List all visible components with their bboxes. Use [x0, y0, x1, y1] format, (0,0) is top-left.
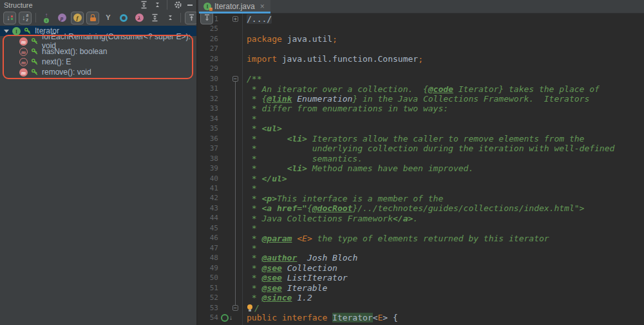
code-text: /.../: [247, 14, 272, 24]
key-icon: [31, 37, 39, 45]
code-line[interactable]: 52 * @since 1.2: [198, 293, 644, 302]
code-token: } in the Java Collections Framework. Ite…: [352, 94, 589, 104]
code-line[interactable]: 25: [198, 24, 644, 33]
line-number: 37: [198, 144, 218, 153]
expand-all-button[interactable]: [148, 12, 161, 24]
code-token: /**: [247, 74, 261, 84]
code-line[interactable]: 43 * <a href="{@docRoot}/../technotes/gu…: [198, 203, 644, 213]
show-inherited-button[interactable]: ↑i: [40, 12, 53, 24]
code-line[interactable]: 33 * differ from enumerations in two way…: [198, 104, 644, 113]
toolbar-separator: [167, 0, 167, 10]
code-line[interactable]: 45 *: [198, 223, 644, 233]
code-line[interactable]: 38 * semantics.: [198, 154, 644, 163]
code-line[interactable]: 27: [198, 44, 644, 53]
code-token: * {: [247, 94, 267, 104]
expand-all-icon[interactable]: [140, 0, 148, 10]
code-line[interactable]: 32 * {@link Enumeration} in the Java Col…: [198, 94, 644, 104]
collapse-all-icon[interactable]: [153, 0, 162, 10]
collapse-all-button[interactable]: [164, 12, 176, 24]
code-line[interactable]: 26package java.util;: [198, 34, 644, 44]
code-line[interactable]: 37 * underlying collection during the it…: [198, 144, 644, 153]
code-text: /**: [247, 74, 261, 84]
structure-panel: Structure ↓↓az↑ipfYλ IIteratormforEachRe…: [0, 0, 196, 325]
sort-alphabetically-button[interactable]: ↓az: [19, 12, 32, 24]
line-number: 52: [198, 293, 218, 302]
show-lambdas-button[interactable]: λ: [133, 12, 146, 24]
code-line[interactable]: 42 * <p>This interface is a member of th…: [198, 193, 644, 203]
sort-by-visibility-button[interactable]: ↓: [3, 12, 16, 24]
show-properties-button[interactable]: p: [55, 12, 68, 24]
show-fields-button[interactable]: f: [71, 12, 84, 24]
code-line[interactable]: 31 * An iterator over a collection. {@co…: [198, 84, 644, 93]
code-line[interactable]: 30−/**: [198, 74, 644, 84]
tree-row-method[interactable]: mnext(): E: [0, 57, 196, 67]
show-anonymous-classes-button[interactable]: Y: [102, 12, 115, 24]
code-token: @since: [261, 293, 292, 302]
method-abstract-icon: m: [19, 57, 28, 67]
code-token: @see: [261, 283, 281, 293]
editor-tab-bar: I Iterator.java ×: [198, 0, 644, 14]
code-line[interactable]: 50 * @see ListIterator: [198, 273, 644, 283]
code-line[interactable]: 44 * Java Collections Framework</a>.: [198, 213, 644, 223]
code-text: *: [247, 114, 257, 124]
code-text: * Java Collections Framework</a>.: [247, 213, 418, 223]
line-number: 33: [198, 104, 218, 113]
code-area[interactable]: 1+/.../2526package java.util;2728import …: [198, 14, 644, 325]
autoscroll-to-source-button[interactable]: [185, 12, 198, 24]
code-token: [297, 253, 307, 263]
tab-close-icon[interactable]: ×: [260, 3, 265, 10]
code-line[interactable]: 54↓public interface Iterator<E> {: [198, 313, 644, 322]
code-token: Collection: [287, 263, 337, 273]
code-token: *: [247, 194, 261, 203]
fold-minus-icon[interactable]: −: [232, 76, 238, 82]
show-interfaces-button[interactable]: [117, 12, 130, 24]
code-line[interactable]: 46 * @param <E> the type of elements ret…: [198, 233, 644, 243]
code-token: *: [247, 203, 261, 213]
code-token: }/../technotes/guides/collections/index.…: [352, 203, 584, 213]
code-line[interactable]: 34 *: [198, 114, 644, 124]
fold-plus-icon[interactable]: +: [232, 16, 238, 22]
code-line[interactable]: 28import java.util.function.Consumer;: [198, 54, 644, 64]
code-text: package java.util;: [247, 34, 337, 44]
line-number: 38: [198, 154, 218, 163]
code-line[interactable]: 53−/: [198, 303, 644, 313]
interface-icon: I: [12, 26, 21, 36]
editor-tab-iterator-java[interactable]: I Iterator.java ×: [199, 0, 270, 13]
code-line[interactable]: 35 * <ul>: [198, 124, 644, 133]
code-line[interactable]: 41 *: [198, 183, 644, 193]
code-token: *: [247, 234, 261, 243]
tree-row-method[interactable]: mforEachRemaining(Consumer<? super E>): …: [0, 36, 196, 46]
implemented-marker-icon[interactable]: ↓: [221, 314, 232, 322]
code-line[interactable]: 40 * </ul>: [198, 174, 644, 183]
code-text: * @since 1.2: [247, 293, 312, 302]
code-token: ;: [332, 34, 337, 44]
intention-bulb-icon[interactable]: [247, 304, 253, 311]
line-number: 29: [198, 64, 218, 73]
code-token: * underlying collection during the itera…: [247, 144, 614, 153]
code-token: Enumeration: [297, 94, 352, 104]
code-text: * <ul>: [247, 124, 282, 133]
code-line[interactable]: 29: [198, 64, 644, 73]
line-number: 34: [198, 114, 218, 124]
line-number: 28: [198, 54, 218, 64]
code-line[interactable]: 48 * @author Josh Bloch: [198, 253, 644, 263]
code-token: E: [378, 313, 383, 322]
tree-row-method[interactable]: mremove(): void: [0, 67, 196, 77]
code-line[interactable]: 39 * <li> Method names have been improve…: [198, 163, 644, 173]
show-non-public-button[interactable]: [86, 12, 99, 24]
fold-end-icon[interactable]: −: [232, 305, 238, 311]
code-line[interactable]: 36 * <li> Iterators allow the caller to …: [198, 134, 644, 144]
line-number: 31: [198, 84, 218, 93]
settings-gear-icon[interactable]: [174, 0, 182, 10]
hide-panel-icon[interactable]: [187, 0, 193, 10]
code-token: /: [254, 303, 260, 313]
code-line[interactable]: 1+/.../: [198, 14, 644, 24]
code-line[interactable]: 51 * @see Iterable: [198, 283, 644, 293]
line-number: 39: [198, 163, 218, 173]
code-line[interactable]: 49 * @see Collection: [198, 263, 644, 273]
expand-arrow-icon[interactable]: [4, 30, 9, 33]
code-token: [282, 283, 287, 293]
line-number: 1: [198, 14, 218, 24]
line-number: 51: [198, 283, 218, 293]
code-line[interactable]: 47 *: [198, 243, 644, 253]
